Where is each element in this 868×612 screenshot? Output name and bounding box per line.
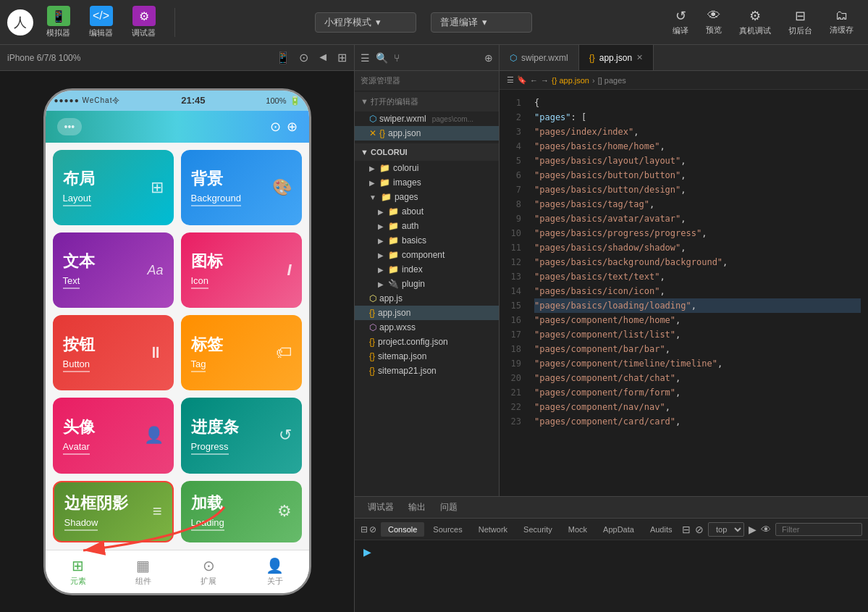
inner-tab-appdata[interactable]: AppData [596,522,641,537]
folder-index[interactable]: ▶ 📁 index [355,262,499,277]
file-tree-search-icon[interactable]: 🔍 [376,52,388,64]
debugger-btn[interactable]: ⚙ 调试器 [126,3,161,41]
breadcrumb-back[interactable]: ← [530,76,538,85]
folder-arrow: ▶ [378,237,384,245]
inner-tab-console[interactable]: Console [381,522,424,537]
breadcrumb-menu[interactable]: ☰ [507,75,514,85]
open-file-swiper[interactable]: ⬡ swiper.wxml pages\com... [355,112,499,126]
open-file-appjson[interactable]: ✕ {} app.json [355,126,499,141]
debug-tab-output[interactable]: 输出 [403,498,431,516]
folder-plugin[interactable]: ▶ 🔌 plugin [355,277,499,291]
card-avatar[interactable]: 头像 Avatar 👤 [53,398,174,473]
phone-nav-dots[interactable]: ••• [57,118,83,135]
code-content[interactable]: { "pages": [ "pages/index/index", "pages… [527,90,868,496]
file-projectconfig[interactable]: {} project.config.json [355,335,499,349]
nav-item-elements[interactable]: ⊞ 元素 [70,557,86,587]
debug-arrow-icon[interactable]: ▶ [749,524,757,535]
file-tree-menu-icon[interactable]: ☰ [361,52,370,64]
switch-backend-action[interactable]: ⊟ 切后台 [781,5,819,39]
debug-context-select[interactable]: top [708,522,744,537]
debug-stop-icon[interactable]: ⊘ [369,524,376,535]
compile-select[interactable]: 普通编译 ▾ [431,12,532,33]
code-line-1: { [534,96,861,110]
breadcrumb-forward[interactable]: → [541,76,549,85]
appjson-tab-close[interactable]: ✕ [636,53,643,62]
file-section-project: ▼ COLORUI [355,143,499,161]
debug-context-expand[interactable]: ⊟ [682,524,691,535]
file-sitemap21[interactable]: {} sitemap21.json [355,364,499,378]
file-tree-add-icon[interactable]: ⊕ [484,52,493,64]
file-tree-git-icon[interactable]: ⑂ [394,52,400,64]
code-line-7: "pages/basics/button/design", [534,183,861,197]
editor-icon: </> [90,6,113,26]
clear-cache-action[interactable]: 🗂 清缓存 [822,5,861,39]
preview-action[interactable]: 👁 预览 [699,5,729,39]
phone-icon[interactable]: 📱 [276,51,290,64]
debug-eye-icon[interactable]: 👁 [761,524,771,535]
folder-basics[interactable]: ▶ 📁 basics [355,233,499,248]
folder-component[interactable]: ▶ 📁 component [355,248,499,262]
folder-images[interactable]: ▶ 📁 images [355,175,499,190]
folder-about[interactable]: ▶ 📁 about [355,204,499,219]
folder-arrow: ▶ [378,266,384,274]
inner-tab-sources[interactable]: Sources [426,522,469,537]
inner-tab-audits[interactable]: Audits [643,522,680,537]
card-progress[interactable]: 进度条 Progress ↺ [181,398,302,473]
code-line-13: "pages/basics/text/text", [534,269,861,284]
swiper-filename: swiper.wxml [379,114,426,124]
simulator-btn[interactable]: 📱 模拟器 [41,3,76,41]
file-appjs[interactable]: ⬡ app.js [355,291,499,306]
card-layout[interactable]: 布局 Layout ⊞ [53,150,174,225]
file-appjson2[interactable]: {} app.json [355,306,499,320]
phone-nav-more-icon[interactable]: ⊕ [287,119,298,135]
folder-basics-label: basics [402,235,426,246]
card-loading-en: Loading [191,517,224,531]
mode-select[interactable]: 小程序模式 ▾ [315,12,416,33]
real-device-action[interactable]: ⚙ 真机调试 [732,5,778,39]
nav-item-extensions[interactable]: ⊙ 扩展 [201,557,216,587]
extensions-label: 扩展 [201,576,216,587]
card-loading[interactable]: 加载 Loading ⚙ [181,481,302,542]
editor-btn[interactable]: </> 编辑器 [83,3,119,41]
breadcrumb-bookmark[interactable]: 🔖 [517,75,527,85]
about-label: 关于 [267,576,283,587]
debug-filter-input[interactable] [775,523,862,536]
card-shadow[interactable]: 边框阴影 Shadow ≡ [53,481,174,542]
inner-tab-mock[interactable]: Mock [561,522,594,537]
card-background[interactable]: 背景 Background 🎨 [181,150,302,225]
file-sitemap[interactable]: {} sitemap.json [355,349,499,364]
debug-tab-debugger[interactable]: 调试器 [362,498,400,516]
inner-tab-network[interactable]: Network [471,522,515,537]
folder-auth[interactable]: ▶ 📁 auth [355,219,499,233]
code-line-20: "pages/component/chat/chat", [534,371,861,385]
debug-expand-icon[interactable]: ⊟ [361,524,368,535]
card-tag[interactable]: 标签 Tag 🏷 [181,315,302,390]
breadcrumb-file: {} app.json [552,76,589,85]
extensions-icon: ⊙ [203,557,215,574]
nav-item-components[interactable]: ▦ 组件 [135,557,151,587]
debug-filter-icon[interactable]: ⊘ [695,524,704,535]
simulator-icons: 📱 ⊙ ◄ ⊞ [276,51,347,64]
rotate-icon[interactable]: ⊙ [299,51,308,64]
folder-pages[interactable]: ▼ 📁 pages [355,190,499,204]
sitemap21-icon: {} [369,366,375,376]
compile-action[interactable]: ↺ 编译 [665,5,696,39]
about-icon: 👤 [266,557,284,574]
mode-select-label: 小程序模式 [324,16,371,29]
card-icon[interactable]: 图标 Icon I [181,232,302,308]
debug-tab-issues[interactable]: 问题 [434,498,463,516]
appjson-filename: app.json [388,128,421,138]
card-button[interactable]: 按钮 Button ⏸ [53,315,174,390]
folder-colorui[interactable]: ▶ 📁 colorui [355,161,499,175]
folder-auth-label: auth [402,221,418,231]
volume-icon[interactable]: ◄ [317,51,329,64]
card-text[interactable]: 文本 Text Aa [53,232,174,308]
file-appwxss[interactable]: ⬡ app.wxss [355,320,499,335]
tab-appjson[interactable]: {} app.json ✕ [579,45,654,70]
inner-tab-security[interactable]: Security [516,522,560,537]
tab-swiper[interactable]: ⬡ swiper.wxml [500,45,579,70]
phone-nav-record-icon[interactable]: ⊙ [270,119,281,135]
expand-icon[interactable]: ⊞ [337,51,347,64]
editor-tabs: ⬡ swiper.wxml {} app.json ✕ [500,45,868,71]
nav-item-about[interactable]: 👤 关于 [266,557,284,587]
